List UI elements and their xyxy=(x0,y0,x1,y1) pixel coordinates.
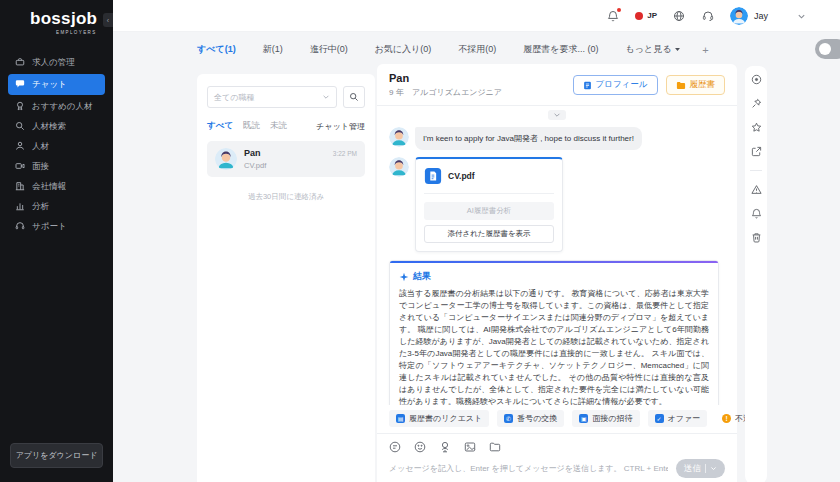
star-icon[interactable] xyxy=(751,122,762,133)
globe-icon[interactable] xyxy=(672,9,686,23)
chevron-down-icon[interactable] xyxy=(797,7,806,25)
sidebar-item-label: 求人の管理 xyxy=(32,57,75,69)
resume-folder-icon xyxy=(676,81,686,90)
help-bubble-button[interactable] xyxy=(815,39,840,59)
company-icon xyxy=(15,181,25,193)
tab-resume-requested[interactable]: 履歴書を要求... (0) xyxy=(523,43,598,56)
sidebar-item-analytics[interactable]: 分析 xyxy=(8,198,105,215)
cv-file-name: CV.pdf xyxy=(448,171,475,181)
report-warning-icon[interactable] xyxy=(751,184,762,195)
chat-list-search-row: 全ての職種 xyxy=(207,86,365,108)
sidebar-item-talent[interactable]: 人材 xyxy=(8,138,105,155)
quick-actions-row: ▤ 履歴書のリクエスト ✆ 番号の交換 ▣ 面接の招待 ✓ xyxy=(377,405,737,433)
sidebar-item-chat[interactable]: チャット xyxy=(8,74,105,95)
image-icon[interactable] xyxy=(464,441,476,453)
pdf-file-icon xyxy=(424,167,442,185)
chat-list-item[interactable]: Pan 3:22 PM CV.pdf xyxy=(207,141,365,177)
pin-icon[interactable] xyxy=(751,98,762,109)
sidebar: bossjob EMPLOYERS ‹ 求人の管理 チャット おすすめの人材 人… xyxy=(0,0,113,482)
exchange-number-chip[interactable]: ✆ 番号の交換 xyxy=(497,410,564,427)
candidate-years: 9 年 xyxy=(389,88,404,97)
notification-bell-icon[interactable] xyxy=(606,9,620,23)
sidebar-item-interview[interactable]: 面接 xyxy=(8,158,105,175)
download-app-button[interactable]: アプリをダウンロード xyxy=(10,443,103,468)
talent-icon xyxy=(15,141,25,153)
sidebar-item-talent-search[interactable]: 人材検索 xyxy=(8,118,105,135)
logo-subtext: EMPLOYERS xyxy=(56,30,113,35)
sidebar-item-label: おすすめの人材 xyxy=(32,101,93,113)
language-selector[interactable]: JP xyxy=(635,11,657,20)
share-icon[interactable] xyxy=(751,146,762,157)
sidebar-item-support[interactable]: サポート xyxy=(8,218,105,235)
collapse-messages-button[interactable] xyxy=(548,110,566,120)
chevron-down-icon xyxy=(674,45,681,55)
message-input[interactable] xyxy=(389,464,668,473)
chat-item-time: 3:22 PM xyxy=(333,150,357,157)
candidate-meta: 9 年 アルゴリズムエンジニア xyxy=(389,87,502,98)
cv-file-row[interactable]: CV.pdf xyxy=(424,167,554,185)
trash-icon[interactable] xyxy=(751,232,762,243)
filter-unread[interactable]: 未読 xyxy=(270,120,287,132)
content-area: JP Jay すべて(1) 新(1) 進行中(0 xyxy=(113,0,840,482)
brand-logo: bossjob EMPLOYERS xyxy=(0,0,113,39)
offer-chip[interactable]: ✓ オファー xyxy=(648,410,708,427)
sidebar-item-label: 分析 xyxy=(32,201,49,213)
panels: 全ての職種 すべて 既読 未読 チャット管理 xyxy=(197,64,840,482)
candidate-avatar xyxy=(389,157,409,177)
filter-read[interactable]: 既読 xyxy=(243,120,260,132)
topbar: JP Jay xyxy=(113,0,840,32)
sidebar-item-label: 人材検索 xyxy=(32,121,66,133)
sidebar-item-label: 面接 xyxy=(32,161,49,173)
resume-button[interactable]: 履歴書 xyxy=(666,75,726,95)
tab-rejected[interactable]: 不採用(0) xyxy=(458,43,496,56)
cv-attachment-card: CV.pdf AI履歴書分析 添付された履歴書を表示 xyxy=(415,157,563,252)
calendar-icon: ▣ xyxy=(579,414,588,423)
target-icon[interactable] xyxy=(751,74,762,85)
sidebar-collapse-button[interactable]: ‹ xyxy=(103,13,113,27)
offer-icon: ✓ xyxy=(655,414,664,423)
quick-reply-icon[interactable] xyxy=(389,441,401,453)
workspace: すべて(1) 新(1) 進行中(0) お気に入り(0) 不採用(0) 履歴書を要… xyxy=(113,32,840,482)
job-filter-select[interactable]: 全ての職種 xyxy=(207,86,337,108)
sidebar-item-label: サポート xyxy=(32,221,67,233)
interview-icon xyxy=(15,161,25,173)
folder-icon[interactable] xyxy=(489,441,501,453)
tab-favorites[interactable]: お気に入り(0) xyxy=(375,43,432,56)
sidebar-menu: 求人の管理 チャット おすすめの人材 人材検索 人材 面接 xyxy=(0,51,113,443)
tab-new[interactable]: 新(1) xyxy=(263,43,283,56)
interview-invite-chip[interactable]: ▣ 面接の招待 xyxy=(572,410,639,427)
sidebar-item-company[interactable]: 会社情報 xyxy=(8,178,105,195)
sidebar-item-jobs[interactable]: 求人の管理 xyxy=(8,54,105,71)
user-name: Jay xyxy=(754,11,768,21)
intro-message-bubble: I'm keen to apply for Java開発者 , hope to … xyxy=(415,127,642,150)
ai-resume-analysis-button[interactable]: AI履歴書分析 xyxy=(424,202,554,220)
user-menu[interactable]: Jay xyxy=(730,7,768,25)
tab-more[interactable]: もっと見る xyxy=(626,43,682,56)
locale-label: JP xyxy=(647,11,657,20)
bell-icon[interactable] xyxy=(751,208,762,219)
tab-all[interactable]: すべて(1) xyxy=(197,43,236,56)
add-tab-button[interactable]: + xyxy=(702,44,708,56)
search-button[interactable] xyxy=(343,86,365,108)
chat-list-filters: すべて 既読 未読 チャット管理 xyxy=(207,120,365,132)
message-area: I'm keen to apply for Java開発者 , hope to … xyxy=(377,106,737,405)
profile-button[interactable]: プロフィール xyxy=(573,75,658,95)
chat-item-main: Pan 3:22 PM CV.pdf xyxy=(244,148,357,170)
sidebar-item-recommended[interactable]: おすすめの人材 xyxy=(8,98,105,115)
conversation-header: Pan 9 年 アルゴリズムエンジニア プロフィール xyxy=(377,64,737,106)
result-title: 結果 xyxy=(413,270,431,283)
chevron-down-icon xyxy=(710,465,717,472)
headset-icon[interactable] xyxy=(701,9,715,23)
emoji-icon[interactable] xyxy=(414,441,426,453)
filter-all[interactable]: すべて xyxy=(207,120,233,132)
tab-in-progress[interactable]: 進行中(0) xyxy=(310,43,348,56)
chat-manage-link[interactable]: チャット管理 xyxy=(316,121,365,132)
chevron-down-icon xyxy=(322,93,330,101)
view-resume-button[interactable]: 添付された履歴書を表示 xyxy=(424,225,554,243)
conversation-tools-rail xyxy=(745,66,767,482)
message-row-intro: I'm keen to apply for Java開発者 , hope to … xyxy=(389,127,725,150)
send-button[interactable]: 送信 xyxy=(676,459,725,478)
contact-card-icon[interactable] xyxy=(439,441,451,453)
composer-toolbar xyxy=(389,441,725,453)
request-resume-chip[interactable]: ▤ 履歴書のリクエスト xyxy=(389,410,489,427)
